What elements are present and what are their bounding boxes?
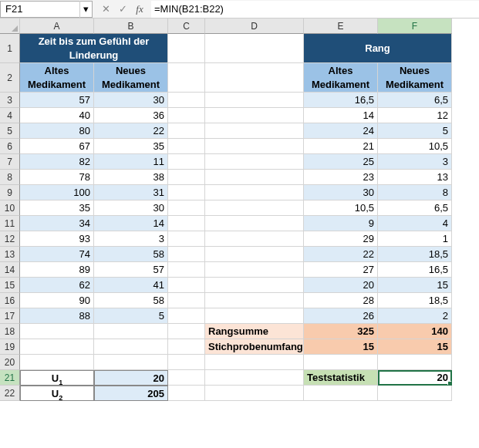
col-header-E[interactable]: E: [304, 19, 378, 34]
cell-C22[interactable]: [168, 386, 205, 401]
row-header-19[interactable]: 19: [0, 339, 20, 355]
cell-F6[interactable]: 10,5: [378, 139, 452, 154]
cell-F3[interactable]: 6,5: [378, 93, 452, 108]
cell-D9[interactable]: [205, 185, 304, 200]
cell-C16[interactable]: [168, 293, 205, 308]
cell-C2[interactable]: [168, 63, 205, 93]
cell-B16[interactable]: 58: [94, 293, 168, 308]
cell-B19[interactable]: [94, 339, 168, 355]
cell-D20[interactable]: [205, 355, 304, 370]
cell-A18[interactable]: [20, 324, 94, 339]
cell-E6[interactable]: 21: [304, 139, 378, 154]
cell-B13[interactable]: 58: [94, 247, 168, 262]
cell-E20[interactable]: [304, 355, 378, 370]
cell-A9[interactable]: 100: [20, 185, 94, 200]
row-header-15[interactable]: 15: [0, 278, 20, 293]
stich-e[interactable]: 15: [304, 339, 378, 355]
cell-C13[interactable]: [168, 247, 205, 262]
cell-A7[interactable]: 82: [20, 154, 94, 170]
row-header-6[interactable]: 6: [0, 139, 20, 154]
cell-C4[interactable]: [168, 108, 205, 123]
u1-value[interactable]: 20: [94, 370, 168, 386]
cell-F9[interactable]: 8: [378, 185, 452, 200]
col-header-F[interactable]: F: [378, 19, 452, 34]
cell-A17[interactable]: 88: [20, 308, 94, 324]
row-header-4[interactable]: 4: [0, 108, 20, 123]
confirm-icon[interactable]: ✓: [116, 2, 130, 16]
cell-B18[interactable]: [94, 324, 168, 339]
cell-F14[interactable]: 16,5: [378, 262, 452, 278]
cell-B20[interactable]: [94, 355, 168, 370]
cell-D14[interactable]: [205, 262, 304, 278]
cell-C3[interactable]: [168, 93, 205, 108]
cell-A6[interactable]: 67: [20, 139, 94, 154]
cell-F11[interactable]: 4: [378, 216, 452, 231]
cell-E13[interactable]: 22: [304, 247, 378, 262]
col-header-B[interactable]: B: [94, 19, 168, 34]
cell-C7[interactable]: [168, 154, 205, 170]
cell-C14[interactable]: [168, 262, 205, 278]
name-box[interactable]: F21 ▾: [0, 1, 93, 18]
cell-D4[interactable]: [205, 108, 304, 123]
cell-B14[interactable]: 57: [94, 262, 168, 278]
cell-A11[interactable]: 34: [20, 216, 94, 231]
cell-F13[interactable]: 18,5: [378, 247, 452, 262]
cell-D22[interactable]: [205, 386, 304, 401]
u1-label[interactable]: U1: [20, 370, 94, 386]
stich-label[interactable]: Stichprobenumfang: [205, 339, 304, 355]
cell-D2[interactable]: [205, 63, 304, 93]
cell-F12[interactable]: 1: [378, 231, 452, 247]
cell-C18[interactable]: [168, 324, 205, 339]
cell-B3[interactable]: 30: [94, 93, 168, 108]
cell-A5[interactable]: 80: [20, 123, 94, 139]
row-header-13[interactable]: 13: [0, 247, 20, 262]
row-header-3[interactable]: 3: [0, 93, 20, 108]
cell-B17[interactable]: 5: [94, 308, 168, 324]
cell-D21[interactable]: [205, 370, 304, 386]
cell-E15[interactable]: 20: [304, 278, 378, 293]
row-header-18[interactable]: 18: [0, 324, 20, 339]
cell-E9[interactable]: 30: [304, 185, 378, 200]
row-header-8[interactable]: 8: [0, 170, 20, 185]
cell-B4[interactable]: 36: [94, 108, 168, 123]
cell-E16[interactable]: 28: [304, 293, 378, 308]
cell-A12[interactable]: 93: [20, 231, 94, 247]
u2-label[interactable]: U2: [20, 386, 94, 401]
row-header-10[interactable]: 10: [0, 200, 20, 216]
name-box-dropdown[interactable]: ▾: [79, 1, 92, 18]
row-header-22[interactable]: 22: [0, 386, 20, 401]
cell-A14[interactable]: 89: [20, 262, 94, 278]
row-header-16[interactable]: 16: [0, 293, 20, 308]
row-header-2[interactable]: 2: [0, 63, 20, 93]
row-header-20[interactable]: 20: [0, 355, 20, 370]
cell-E4[interactable]: 14: [304, 108, 378, 123]
cell-E7[interactable]: 25: [304, 154, 378, 170]
cell-A3[interactable]: 57: [20, 93, 94, 108]
cell-B7[interactable]: 11: [94, 154, 168, 170]
cell-E12[interactable]: 29: [304, 231, 378, 247]
teststat-label[interactable]: Teststatistik: [304, 370, 378, 386]
rangsumme-f[interactable]: 140: [378, 324, 452, 339]
cell-D3[interactable]: [205, 93, 304, 108]
cell-F7[interactable]: 3: [378, 154, 452, 170]
row-header-1[interactable]: 1: [0, 34, 20, 63]
cell-D13[interactable]: [205, 247, 304, 262]
cell-D15[interactable]: [205, 278, 304, 293]
cell-B12[interactable]: 3: [94, 231, 168, 247]
row-header-14[interactable]: 14: [0, 262, 20, 278]
cell-A15[interactable]: 62: [20, 278, 94, 293]
cell-D7[interactable]: [205, 154, 304, 170]
cell-C19[interactable]: [168, 339, 205, 355]
cell-A19[interactable]: [20, 339, 94, 355]
cell-D17[interactable]: [205, 308, 304, 324]
row-header-7[interactable]: 7: [0, 154, 20, 170]
cell-E10[interactable]: 10,5: [304, 200, 378, 216]
fx-icon[interactable]: fx: [133, 2, 147, 16]
cell-E3[interactable]: 16,5: [304, 93, 378, 108]
cell-D10[interactable]: [205, 200, 304, 216]
rangsumme-e[interactable]: 325: [304, 324, 378, 339]
cell-E22[interactable]: [304, 386, 378, 401]
cell-D8[interactable]: [205, 170, 304, 185]
cell-D16[interactable]: [205, 293, 304, 308]
cell-D11[interactable]: [205, 216, 304, 231]
